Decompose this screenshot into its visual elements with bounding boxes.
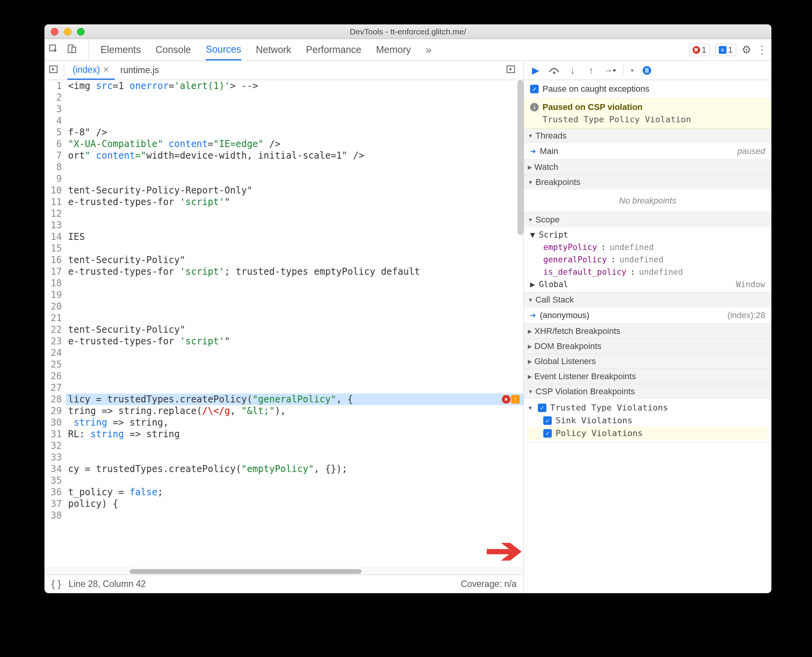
errors-counter[interactable]: ✖1 [689,44,710,56]
editor-pane: (index) ✕ runtime.js 1234567891011121314… [44,61,524,593]
line-gutter: 1234567891011121314151617181920212223242… [44,80,66,568]
global-listeners-header[interactable]: ▶Global Listeners [524,354,771,369]
file-tabs: (index) ✕ runtime.js [44,61,524,80]
thread-main[interactable]: ➔ Main paused [524,145,771,158]
callstack-frame[interactable]: ➔ (anonymous) (index):28 [524,309,771,322]
tab-memory[interactable]: Memory [376,39,411,60]
cursor-position: Line 28, Column 42 [69,579,146,589]
tab-elements[interactable]: Elements [101,39,141,60]
scope-script[interactable]: ▼Script [524,229,771,241]
step-out-button[interactable]: ↑ [586,65,597,76]
callstack-header[interactable]: ▼Call Stack [524,293,771,307]
step-over-button[interactable] [549,65,560,76]
xhr-breakpoints-header[interactable]: ▶XHR/fetch Breakpoints [524,324,771,339]
checkbox-checked-icon[interactable]: ✓ [538,404,546,412]
deactivate-breakpoints-button[interactable] [623,65,634,76]
horizontal-scrollbar[interactable] [44,568,524,575]
svg-rect-9 [647,68,648,73]
close-tab-icon[interactable]: ✕ [103,65,109,74]
inspect-element-icon[interactable] [48,44,58,56]
run-snippet-icon[interactable] [506,64,520,77]
current-thread-icon: ➔ [530,147,536,156]
devtools-window: DevTools - tt-enforced.glitch.me/ Elemen… [44,24,771,593]
tab-console[interactable]: Console [155,39,191,60]
svg-rect-2 [72,47,76,52]
panel-tabs: Elements Console Sources Network Perform… [89,39,432,60]
dom-breakpoints-header[interactable]: ▶DOM Breakpoints [524,339,771,354]
checkbox-checked-icon[interactable]: ✓ [543,416,552,425]
tab-performance[interactable]: Performance [306,39,361,60]
titlebar: DevTools - tt-enforced.glitch.me/ [44,24,771,39]
code-editor[interactable]: 1234567891011121314151617181920212223242… [44,80,524,568]
format-icon[interactable]: { } [51,578,61,590]
checkbox-checked-icon[interactable]: ✓ [543,429,552,438]
file-tab-index[interactable]: (index) ✕ [67,61,115,80]
no-breakpoints-text: No breakpoints [524,190,771,212]
paused-banner: iPaused on CSP violation Trusted Type Po… [524,98,771,128]
threads-header[interactable]: ▼Threads [524,128,771,143]
step-button[interactable]: →• [604,65,615,76]
more-options-icon[interactable]: ⋮ [757,43,768,56]
main-toolbar: Elements Console Sources Network Perform… [44,39,771,61]
window-title: DevTools - tt-enforced.glitch.me/ [44,27,771,36]
watch-header[interactable]: ▶Watch [524,160,771,175]
scope-var[interactable]: emptyPolicy: undefined [524,241,771,253]
scope-var[interactable]: generalPolicy: undefined [524,253,771,266]
resume-button[interactable]: ▶ [530,65,541,76]
event-listener-breakpoints-header[interactable]: ▶Event Listener Breakpoints [524,369,771,384]
file-tab-runtime[interactable]: runtime.js [115,61,164,80]
scope-header[interactable]: ▼Scope [524,212,771,227]
settings-icon[interactable]: ⚙ [742,43,751,56]
pause-caught-row[interactable]: ✓ Pause on caught exceptions [524,80,771,98]
breakpoints-header[interactable]: ▼Breakpoints [524,175,771,190]
vertical-scrollbar[interactable] [517,80,524,235]
pause-exceptions-button[interactable] [641,65,652,76]
annotation-arrow-icon: ➔ [485,530,523,571]
csp-trusted-type-row[interactable]: ▼ ✓ Trusted Type Violations [528,401,768,414]
checkbox-checked-icon[interactable]: ✓ [530,85,539,93]
svg-point-5 [553,72,555,74]
svg-rect-8 [645,68,647,73]
csp-breakpoints-header[interactable]: ▼CSP Violation Breakpoints [524,384,771,399]
messages-counter[interactable]: ≡1 [715,44,736,56]
device-toggle-icon[interactable] [67,44,77,56]
info-icon: i [530,103,539,111]
scope-global[interactable]: ▶GlobalWindow [524,278,771,291]
csp-policy-row[interactable]: ✓ Policy Violations [528,427,768,440]
more-tabs-button[interactable]: » [426,44,432,56]
tab-sources[interactable]: Sources [206,39,241,60]
navigator-toggle-icon[interactable] [48,64,64,77]
step-into-button[interactable]: ↓ [567,65,578,76]
current-frame-icon: ➔ [530,311,536,320]
coverage-status: Coverage: n/a [461,579,517,589]
debugger-toolbar: ▶ ↓ ↑ →• [524,61,771,80]
status-bar: { } Line 28, Column 42 Coverage: n/a [44,575,524,593]
csp-sink-row[interactable]: ✓ Sink Violations [528,414,768,427]
svg-point-7 [643,66,651,75]
debugger-pane: ▶ ↓ ↑ →• ✓ Pause on caught exceptions iP… [524,61,771,593]
tab-network[interactable]: Network [256,39,292,60]
scope-var[interactable]: is_default_policy: undefined [524,266,771,278]
